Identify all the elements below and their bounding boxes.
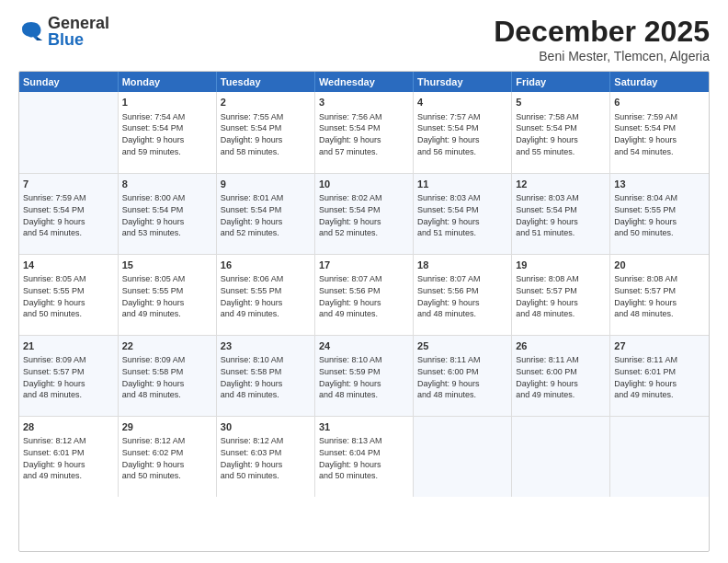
day-number: 22 [122,339,212,353]
table-row [19,92,118,173]
calendar-header: Sunday Monday Tuesday Wednesday Thursday… [19,72,709,92]
day-number: 14 [23,259,114,272]
day-info: Sunrise: 8:11 AM Sunset: 6:00 PM Dayligh… [516,354,606,400]
day-number: 18 [417,259,507,272]
table-row: 5Sunrise: 7:58 AM Sunset: 5:54 PM Daylig… [512,92,610,173]
day-info: Sunrise: 8:01 AM Sunset: 5:54 PM Dayligh… [221,192,311,238]
day-number: 6 [614,96,705,109]
day-info: Sunrise: 8:13 AM Sunset: 6:04 PM Dayligh… [319,435,409,481]
day-info: Sunrise: 8:08 AM Sunset: 5:57 PM Dayligh… [516,273,606,319]
table-row: 7Sunrise: 7:59 AM Sunset: 5:54 PM Daylig… [19,173,118,254]
table-row: 11Sunrise: 8:03 AM Sunset: 5:54 PM Dayli… [414,173,512,254]
day-number: 27 [614,339,705,353]
day-info: Sunrise: 8:07 AM Sunset: 5:56 PM Dayligh… [319,273,409,319]
table-row: 31Sunrise: 8:13 AM Sunset: 6:04 PM Dayli… [314,416,413,497]
day-info: Sunrise: 8:11 AM Sunset: 6:01 PM Dayligh… [614,354,705,400]
day-number: 7 [23,178,114,191]
calendar-body: 1Sunrise: 7:54 AM Sunset: 5:54 PM Daylig… [19,92,709,497]
day-info: Sunrise: 8:04 AM Sunset: 5:55 PM Dayligh… [614,192,705,238]
table-row: 9Sunrise: 8:01 AM Sunset: 5:54 PM Daylig… [216,173,314,254]
day-info: Sunrise: 8:12 AM Sunset: 6:01 PM Dayligh… [23,435,114,481]
table-row: 2Sunrise: 7:55 AM Sunset: 5:54 PM Daylig… [216,92,314,173]
day-number: 12 [516,178,606,191]
table-row: 6Sunrise: 7:59 AM Sunset: 5:54 PM Daylig… [610,92,709,173]
day-info: Sunrise: 8:00 AM Sunset: 5:54 PM Dayligh… [122,192,212,238]
day-number: 11 [417,178,507,191]
day-number: 29 [122,420,212,434]
day-number: 31 [319,420,409,434]
day-info: Sunrise: 8:08 AM Sunset: 5:57 PM Dayligh… [614,273,705,319]
day-number: 24 [319,339,409,353]
header: General Blue December 2025 Beni Mester, … [18,15,710,63]
day-info: Sunrise: 8:12 AM Sunset: 6:02 PM Dayligh… [122,435,212,481]
table-row: 14Sunrise: 8:05 AM Sunset: 5:55 PM Dayli… [19,254,118,335]
day-number: 21 [23,339,114,353]
day-info: Sunrise: 8:05 AM Sunset: 5:55 PM Dayligh… [122,273,212,319]
table-row: 22Sunrise: 8:09 AM Sunset: 5:58 PM Dayli… [118,335,216,416]
day-info: Sunrise: 7:59 AM Sunset: 5:54 PM Dayligh… [614,111,705,157]
col-monday: Monday [118,72,216,92]
table-row: 19Sunrise: 8:08 AM Sunset: 5:57 PM Dayli… [512,254,610,335]
day-number: 5 [516,96,606,109]
logo: General Blue [18,15,109,48]
logo-blue-text: Blue [48,31,109,48]
day-info: Sunrise: 8:10 AM Sunset: 5:59 PM Dayligh… [319,354,409,400]
table-row: 30Sunrise: 8:12 AM Sunset: 6:03 PM Dayli… [216,416,314,497]
table-row: 1Sunrise: 7:54 AM Sunset: 5:54 PM Daylig… [118,92,216,173]
table-row [512,416,610,497]
table-row: 25Sunrise: 8:11 AM Sunset: 6:00 PM Dayli… [414,335,512,416]
table-row: 23Sunrise: 8:10 AM Sunset: 5:58 PM Dayli… [216,335,314,416]
table-row: 16Sunrise: 8:06 AM Sunset: 5:55 PM Dayli… [216,254,314,335]
day-info: Sunrise: 8:07 AM Sunset: 5:56 PM Dayligh… [417,273,507,319]
table-row: 29Sunrise: 8:12 AM Sunset: 6:02 PM Dayli… [118,416,216,497]
day-number: 10 [319,178,409,191]
table-row: 18Sunrise: 8:07 AM Sunset: 5:56 PM Dayli… [414,254,512,335]
table-row: 21Sunrise: 8:09 AM Sunset: 5:57 PM Dayli… [19,335,118,416]
day-number: 19 [516,259,606,272]
day-number: 9 [221,178,311,191]
col-wednesday: Wednesday [314,72,413,92]
day-info: Sunrise: 8:03 AM Sunset: 5:54 PM Dayligh… [417,192,507,238]
day-number: 26 [516,339,606,353]
title-block: December 2025 Beni Mester, Tlemcen, Alge… [494,15,710,63]
day-number: 1 [122,96,212,109]
day-info: Sunrise: 8:03 AM Sunset: 5:54 PM Dayligh… [516,192,606,238]
day-info: Sunrise: 8:05 AM Sunset: 5:55 PM Dayligh… [23,273,114,319]
day-info: Sunrise: 8:09 AM Sunset: 5:58 PM Dayligh… [122,354,212,400]
month-year: December 2025 [494,15,710,49]
day-info: Sunrise: 8:11 AM Sunset: 6:00 PM Dayligh… [417,354,507,400]
day-number: 20 [614,259,705,272]
day-number: 30 [221,420,311,434]
table-row: 20Sunrise: 8:08 AM Sunset: 5:57 PM Dayli… [610,254,709,335]
day-number: 16 [221,259,311,272]
calendar: Sunday Monday Tuesday Wednesday Thursday… [18,71,710,552]
day-number: 17 [319,259,409,272]
col-saturday: Saturday [610,72,709,92]
table-row [414,416,512,497]
day-number: 8 [122,178,212,191]
day-info: Sunrise: 8:12 AM Sunset: 6:03 PM Dayligh… [221,435,311,481]
day-info: Sunrise: 7:57 AM Sunset: 5:54 PM Dayligh… [417,111,507,157]
table-row: 24Sunrise: 8:10 AM Sunset: 5:59 PM Dayli… [314,335,413,416]
day-info: Sunrise: 7:54 AM Sunset: 5:54 PM Dayligh… [122,111,212,157]
table-row: 10Sunrise: 8:02 AM Sunset: 5:54 PM Dayli… [314,173,413,254]
logo-icon [18,18,44,44]
day-info: Sunrise: 7:59 AM Sunset: 5:54 PM Dayligh… [23,192,114,238]
day-number: 25 [417,339,507,353]
day-info: Sunrise: 7:58 AM Sunset: 5:54 PM Dayligh… [516,111,606,157]
day-info: Sunrise: 8:09 AM Sunset: 5:57 PM Dayligh… [23,354,114,400]
day-number: 13 [614,178,705,191]
page: General Blue December 2025 Beni Mester, … [0,0,728,563]
table-row: 12Sunrise: 8:03 AM Sunset: 5:54 PM Dayli… [512,173,610,254]
col-thursday: Thursday [414,72,512,92]
col-friday: Friday [512,72,610,92]
logo-text: General Blue [48,15,109,48]
table-row: 17Sunrise: 8:07 AM Sunset: 5:56 PM Dayli… [314,254,413,335]
table-row: 8Sunrise: 8:00 AM Sunset: 5:54 PM Daylig… [118,173,216,254]
table-row [610,416,709,497]
day-number: 28 [23,420,114,434]
day-number: 2 [221,96,311,109]
col-tuesday: Tuesday [216,72,314,92]
table-row: 15Sunrise: 8:05 AM Sunset: 5:55 PM Dayli… [118,254,216,335]
day-info: Sunrise: 8:10 AM Sunset: 5:58 PM Dayligh… [221,354,311,400]
